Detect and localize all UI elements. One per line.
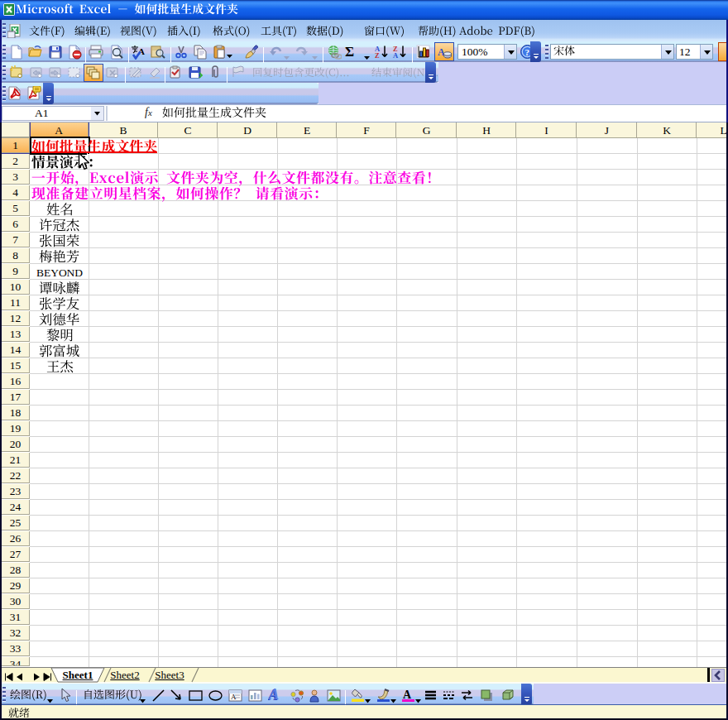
- svg-text:Z: Z: [375, 51, 380, 60]
- svg-text:A: A: [268, 688, 279, 703]
- svg-text:A: A: [393, 51, 399, 60]
- svg-text:A: A: [231, 693, 237, 701]
- svg-text:?: ?: [525, 47, 530, 57]
- svg-text:A: A: [403, 689, 412, 701]
